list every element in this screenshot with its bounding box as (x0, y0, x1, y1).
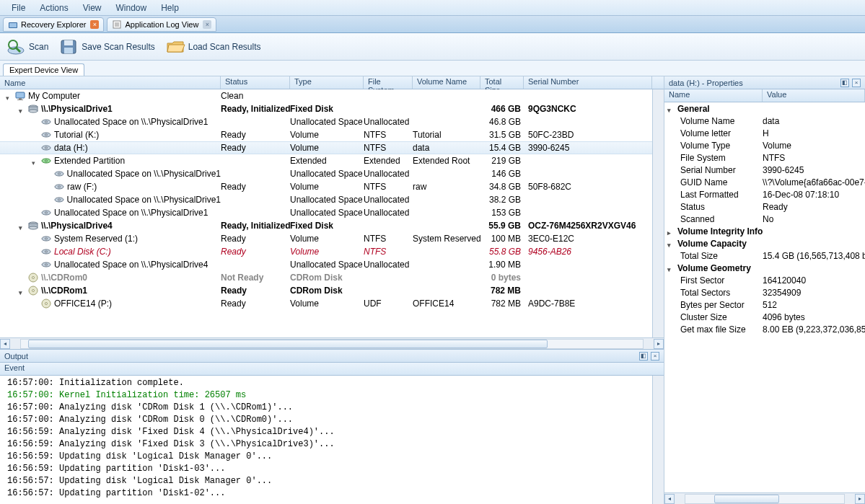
log-line: 16:56:59: Updating disk 'Logical Disk Ma… (7, 451, 645, 463)
property-row[interactable]: Get max file Size8.00 EB (9,223,372,036,… (664, 323, 865, 335)
menu-file[interactable]: File (4, 1, 32, 14)
property-row[interactable]: File SystemNTFS (664, 151, 865, 164)
row-type: Extended (290, 156, 364, 166)
property-row[interactable]: Bytes per Sector512 (664, 299, 865, 311)
disk-icon (28, 104, 38, 114)
scroll-thumb[interactable] (714, 495, 779, 503)
property-row[interactable]: Total Sectors32354909 (664, 286, 865, 299)
row-fs: UDF (364, 299, 413, 309)
expand-icon[interactable] (19, 222, 27, 230)
property-row[interactable]: First Sector164120040 (664, 274, 865, 286)
expand-icon[interactable] (667, 264, 675, 272)
output-log[interactable]: 16:57:00: Initialization complete.16:57:… (0, 376, 652, 504)
output-vscroll[interactable] (652, 376, 664, 504)
row-tsize: 153 GB (480, 208, 524, 218)
row-tsize: 46.8 GB (480, 117, 524, 127)
col-name[interactable]: Name (0, 76, 221, 89)
row-status: Clean (221, 91, 290, 101)
col-prop-value[interactable]: Value (763, 89, 865, 102)
expand-icon[interactable] (6, 92, 14, 100)
scroll-right-icon[interactable]: ▸ (855, 494, 865, 504)
property-row[interactable]: Total Size15.4 GB (16,565,713,408 by (664, 249, 865, 262)
menu-actions[interactable]: Actions (32, 1, 75, 14)
property-row[interactable]: Serial Number3990-6245 (664, 164, 865, 176)
property-row[interactable]: Volume Namedata (664, 115, 865, 127)
expand-icon[interactable] (667, 239, 675, 247)
pin-icon[interactable]: ◧ (639, 352, 648, 361)
tree-row[interactable]: Tutorial (K:)ReadyVolumeNTFSTutorial31.5… (0, 128, 652, 141)
close-icon[interactable]: × (852, 79, 861, 87)
tree-row[interactable]: My ComputerClean (0, 89, 652, 102)
prop-name: First Sector (664, 275, 763, 286)
property-group[interactable]: Volume Capacity (664, 237, 865, 249)
scroll-left-icon[interactable]: ◂ (0, 339, 10, 349)
tree-row[interactable]: Unallocated Space on \\.\PhysicalDrive1U… (0, 115, 652, 128)
tree-hscroll[interactable]: ◂ ▸ (0, 337, 664, 349)
col-type[interactable]: Type (290, 76, 364, 89)
tree-row[interactable]: Unallocated Space on \\.\PhysicalDrive4U… (0, 258, 652, 271)
col-tsize[interactable]: Total Size (480, 76, 524, 89)
scroll-thumb[interactable] (28, 340, 548, 348)
tree-vscroll[interactable] (652, 89, 664, 337)
tree-row[interactable]: Unallocated Space on \\.\PhysicalDrive1U… (0, 206, 652, 219)
expert-device-view-tab[interactable]: Expert Device View (3, 63, 84, 76)
load-scan-button[interactable]: Load Scan Results (165, 37, 261, 56)
property-row[interactable]: Cluster Size4096 bytes (664, 311, 865, 323)
tree-row[interactable]: OFFICE14 (P:)ReadyVolumeUDFOFFICE14782 M… (0, 297, 652, 310)
close-icon[interactable]: × (651, 352, 659, 361)
svg-point-29 (58, 186, 61, 187)
tree-row[interactable]: Unallocated Space on \\.\PhysicalDrive1U… (0, 193, 652, 206)
tree-row[interactable]: \\.\PhysicalDrive1Ready, InitializedFixe… (0, 102, 652, 115)
expand-icon[interactable] (19, 287, 27, 295)
svg-point-21 (45, 134, 48, 136)
close-icon[interactable]: × (90, 20, 99, 29)
tree-row[interactable]: \\.\PhysicalDrive4Ready, InitializedFixe… (0, 219, 652, 232)
props-hscroll[interactable]: ◂ ▸ (664, 492, 865, 504)
tree-row[interactable]: System Reserved (1:)ReadyVolumeNTFSSyste… (0, 232, 652, 245)
property-row[interactable]: ScannedNo (664, 213, 865, 225)
property-group[interactable]: Volume Geometry (664, 262, 865, 274)
prop-name: Volume letter (664, 128, 763, 138)
device-tree[interactable]: My ComputerClean\\.\PhysicalDrive1Ready,… (0, 89, 652, 337)
col-vname[interactable]: Volume Name (413, 76, 480, 89)
tree-row[interactable]: data (H:)ReadyVolumeNTFSdata15.4 GB3990-… (0, 141, 652, 154)
tree-row[interactable]: Unallocated Space on \\.\PhysicalDrive1U… (0, 167, 652, 180)
menu-view[interactable]: View (76, 1, 109, 14)
row-tsize: 100 MB (480, 234, 524, 244)
row-name: \\.\CDRom1 (41, 286, 87, 296)
pin-icon[interactable]: ◧ (840, 79, 849, 87)
tab-recovery-explorer[interactable]: Recovery Explorer × (3, 17, 104, 32)
tree-row[interactable]: \\.\CDRom0Not ReadyCDRom Disk0 bytes (0, 271, 652, 284)
col-prop-name[interactable]: Name (664, 89, 763, 102)
property-row[interactable]: StatusReady (664, 200, 865, 213)
tab-app-log[interactable]: Application Log View × (107, 17, 216, 32)
expand-icon[interactable] (19, 105, 27, 113)
row-status: Not Ready (221, 273, 290, 283)
scan-button[interactable]: Scan (6, 37, 48, 56)
properties-list[interactable]: GeneralVolume NamedataVolume letterHVolu… (664, 102, 865, 492)
tree-row[interactable]: raw (F:)ReadyVolumeNTFSraw34.8 GB50F8-68… (0, 180, 652, 193)
save-scan-button[interactable]: Save Scan Results (58, 37, 154, 56)
output-col-event[interactable]: Event (0, 363, 664, 376)
col-status[interactable]: Status (221, 76, 290, 89)
menu-window[interactable]: Window (109, 1, 154, 14)
property-group[interactable]: General (664, 102, 865, 115)
expand-icon[interactable] (667, 227, 675, 235)
expand-icon[interactable] (667, 105, 675, 112)
property-row[interactable]: Volume letterH (664, 127, 865, 139)
vol-icon (41, 247, 51, 257)
menu-help[interactable]: Help (154, 1, 186, 14)
scroll-left-icon[interactable]: ◂ (664, 494, 675, 504)
property-row[interactable]: Last Formatted16-Dec-08 07:18:10 (664, 188, 865, 200)
scroll-right-icon[interactable]: ▸ (654, 339, 664, 349)
property-group[interactable]: Volume Integrity Info (664, 225, 865, 237)
close-icon[interactable]: × (203, 20, 211, 29)
col-fs[interactable]: File System (364, 76, 413, 89)
property-row[interactable]: GUID Name\\?\Volume{a6fa66ac-00e7-1 (664, 176, 865, 188)
property-row[interactable]: Volume TypeVolume (664, 139, 865, 151)
expand-icon[interactable] (32, 157, 40, 165)
tree-row[interactable]: Local Disk (C:)ReadyVolumeNTFS55.8 GB945… (0, 245, 652, 258)
tree-row[interactable]: \\.\CDRom1ReadyCDRom Disk782 MB (0, 284, 652, 297)
col-serial[interactable]: Serial Number (524, 76, 652, 89)
tree-row[interactable]: Extended PartitionExtendedExtendedExtend… (0, 154, 652, 167)
